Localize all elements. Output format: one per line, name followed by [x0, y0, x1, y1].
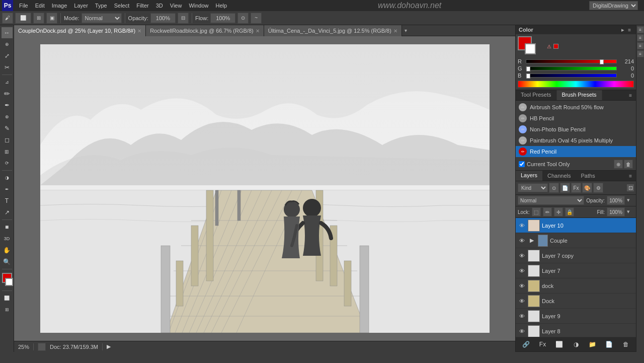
b-slider[interactable] — [526, 74, 617, 78]
status-info-btn[interactable] — [38, 343, 46, 351]
preset-new-btn[interactable]: ⊕ — [614, 160, 623, 169]
layer-item-2[interactable]: 👁 Layer 7 copy — [516, 248, 636, 263]
filter-btn-5[interactable]: ⚙ — [593, 183, 603, 193]
menu-file[interactable]: File — [16, 2, 31, 10]
add-group-btn[interactable]: 📁 — [587, 339, 598, 350]
pressure-toggle[interactable]: ~ — [251, 13, 262, 24]
preset-delete-btn[interactable]: 🗑 — [624, 160, 633, 169]
blend-mode-select[interactable]: Normal — [518, 196, 584, 205]
layer-eye-3[interactable]: 👁 — [518, 267, 526, 275]
layer-item-4[interactable]: 👁 dock — [516, 278, 636, 294]
tab-2-close[interactable]: ✕ — [393, 28, 397, 34]
brush-toggle-icon[interactable]: ▣ — [46, 13, 57, 24]
pen-tool[interactable]: ✒ — [2, 100, 13, 111]
lock-all-btn[interactable]: 🔒 — [565, 207, 574, 216]
filter-toggle[interactable]: ⊡ — [627, 184, 634, 191]
filter-btn-3[interactable]: Fx — [571, 183, 581, 193]
mini-btn-4[interactable]: ≡ — [637, 50, 644, 57]
healing-tool[interactable]: ⊿ — [2, 77, 13, 88]
delete-layer-btn[interactable]: 🗑 — [620, 339, 631, 350]
menu-select[interactable]: Select — [111, 2, 133, 10]
r-slider[interactable] — [526, 59, 617, 63]
preset-item-0[interactable]: ✏ Airbrush Soft Round 50% flow — [516, 102, 636, 113]
airbrush-toggle[interactable]: ⊙ — [237, 13, 249, 24]
history-forward[interactable]: ▶ — [107, 343, 111, 350]
layer-eye-0[interactable]: 👁 — [518, 222, 526, 230]
tabs-menu[interactable]: ▾ — [402, 25, 410, 36]
brush-tool[interactable]: ✏ — [2, 88, 13, 99]
brush-tool-icon[interactable]: 🖌 — [2, 13, 13, 24]
layer-item-7[interactable]: 👁 Layer 8 — [516, 324, 636, 337]
gamut-warning[interactable] — [553, 44, 558, 49]
r-thumb[interactable] — [600, 59, 604, 64]
preset-item-1[interactable]: ✏ HB Pencil — [516, 113, 636, 124]
link-layers-btn[interactable]: 🔗 — [521, 339, 532, 350]
brush-size-icon[interactable]: ⬜ — [15, 13, 31, 24]
layer-eye-4[interactable]: 👁 — [518, 282, 526, 290]
g-slider[interactable] — [526, 66, 617, 70]
tab-1-close[interactable]: ✕ — [256, 28, 260, 34]
slice-tool[interactable]: ✂ — [2, 62, 13, 73]
flow-input[interactable] — [210, 13, 235, 23]
menu-help[interactable]: Help — [213, 2, 230, 10]
layer-item-5[interactable]: 👁 Dock — [516, 294, 636, 309]
opacity-input[interactable] — [150, 13, 176, 23]
preset-item-4[interactable]: ✏ Red Pencil — [516, 146, 636, 157]
opacity-dropdown[interactable]: ▾ — [627, 197, 634, 204]
canvas-wrap[interactable] — [14, 36, 515, 341]
mode-select[interactable]: Normal — [82, 13, 122, 23]
fill-field[interactable] — [607, 207, 625, 216]
tab-2[interactable]: Última_Cena_-_Da_Vinci_5.jpg @ 12.5% (RG… — [264, 25, 402, 36]
quick-mask[interactable]: ⬜ — [2, 293, 13, 304]
menu-layer[interactable]: Layer — [71, 2, 91, 10]
current-tool-only-checkbox[interactable] — [519, 161, 525, 167]
screen-mode[interactable]: ⊞ — [2, 304, 13, 315]
shape-tool[interactable]: ■ — [2, 222, 13, 233]
brush-options-icon[interactable]: ⊞ — [33, 13, 44, 24]
lock-paint-btn[interactable]: ✏ — [543, 207, 552, 216]
layer-eye-5[interactable]: 👁 — [518, 297, 526, 305]
b-thumb[interactable] — [526, 74, 530, 79]
menu-window[interactable]: Window — [186, 2, 211, 10]
color-collapse[interactable]: ▸ — [619, 27, 626, 33]
mini-btn-3[interactable]: ≡ — [637, 42, 644, 49]
menu-edit[interactable]: Edit — [32, 2, 48, 10]
brush-presets-tab[interactable]: Brush Presets — [557, 90, 602, 100]
filter-btn-2[interactable]: 📄 — [560, 183, 570, 193]
layer-item-3[interactable]: 👁 Layer 7 — [516, 263, 636, 278]
preset-item-3[interactable]: ✏ Paintbrush Oval 45 pixels Multiply — [516, 135, 636, 146]
menu-3d[interactable]: 3D — [153, 2, 166, 10]
dodge-tool[interactable]: ◑ — [2, 172, 13, 183]
gradient-tool[interactable]: ▥ — [2, 146, 13, 157]
layer-eye-7[interactable]: 👁 — [518, 327, 526, 335]
lock-move-btn[interactable]: ✛ — [554, 207, 563, 216]
background-color[interactable] — [5, 278, 13, 286]
layer-item-1[interactable]: 👁 ▶ Couple — [516, 233, 636, 248]
mini-btn-1[interactable]: ≡ — [637, 26, 644, 33]
layer-eye-2[interactable]: 👁 — [518, 252, 526, 260]
paths-tab[interactable]: Paths — [576, 171, 600, 180]
layer-expand-1[interactable]: ▶ — [528, 235, 536, 247]
hand-tool[interactable]: ✋ — [2, 245, 13, 256]
move-tool[interactable]: ↔ — [2, 27, 13, 38]
kind-select[interactable]: Kind — [518, 183, 548, 192]
g-thumb[interactable] — [526, 66, 530, 71]
background-swatch[interactable] — [525, 43, 536, 54]
menu-image[interactable]: Image — [49, 2, 70, 10]
lock-transparent-btn[interactable]: ⬚ — [532, 207, 541, 216]
menu-filter[interactable]: Filter — [133, 2, 151, 10]
opacity-toggle[interactable]: ⊟ — [178, 13, 189, 24]
filter-btn-1[interactable]: ⊙ — [549, 183, 559, 193]
crop-tool[interactable]: ⤢ — [2, 50, 13, 61]
color-options[interactable]: ≡ — [626, 27, 633, 33]
pen-path-tool[interactable]: ✒ — [2, 184, 13, 195]
type-tool[interactable]: T — [2, 195, 13, 206]
color-spectrum[interactable] — [518, 81, 634, 88]
channels-tab[interactable]: Channels — [542, 171, 576, 180]
layer-item-0[interactable]: 👁 Layer 10 — [516, 218, 636, 233]
layer-eye-6[interactable]: 👁 — [518, 312, 526, 320]
preset-dropdown[interactable]: DigitalDrawing — [589, 1, 638, 10]
layer-item-6[interactable]: 👁 Layer 9 — [516, 309, 636, 324]
add-mask-btn[interactable]: ⬜ — [554, 339, 565, 350]
tab-0[interactable]: CoupleOnDock.psd @ 25% (Layer 10, RGB/8#… — [14, 25, 146, 36]
